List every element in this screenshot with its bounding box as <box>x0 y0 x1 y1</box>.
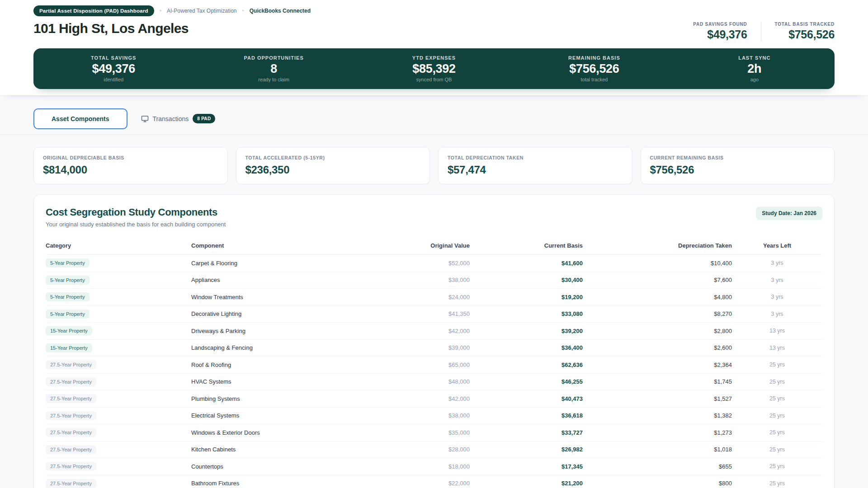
table-row[interactable]: 27.5-Year Property HVAC Systems $48,000 … <box>46 374 822 391</box>
years-left-cell: 25 yrs <box>732 413 822 419</box>
years-left-cell: 25 yrs <box>732 463 822 469</box>
original-value-cell: $24,000 <box>361 294 470 300</box>
depreciation-taken-cell: $1,527 <box>583 395 732 402</box>
current-basis-cell: $39,200 <box>470 328 583 334</box>
original-value-cell: $35,000 <box>361 429 470 436</box>
column-header-current-basis: Current Basis <box>470 242 583 249</box>
years-left-cell: 25 yrs <box>732 446 822 453</box>
summary-card: TOTAL ACCELERATED (5-15YR) $236,350 <box>236 147 430 184</box>
summary-card-value: $236,350 <box>245 164 421 176</box>
current-basis-cell: $17,345 <box>470 463 583 470</box>
component-cell: Decorative Lighting <box>191 310 361 317</box>
table-row[interactable]: 27.5-Year Property Electrical Systems $3… <box>46 408 822 425</box>
cost-segregation-card: Cost Segregation Study Components Your o… <box>33 194 835 488</box>
breadcrumb-separator: • <box>242 8 244 14</box>
years-left-cell: 3 yrs <box>732 277 822 283</box>
category-badge: 5-Year Property <box>46 310 90 319</box>
column-header-original-value: Original Value <box>361 242 470 249</box>
current-basis-cell: $30,400 <box>470 277 583 283</box>
category-cell: 27.5-Year Property <box>46 360 191 369</box>
table-row[interactable]: 27.5-Year Property Roof & Roofing $65,00… <box>46 357 822 374</box>
stat-value: $756,526 <box>514 62 674 76</box>
column-header-depreciation-taken: Depreciation Taken <box>583 242 732 249</box>
category-badge: 5-Year Property <box>46 258 90 267</box>
stat-sublabel: identified <box>33 77 193 82</box>
category-cell: 5-Year Property <box>46 258 191 267</box>
tab-transactions-label: Transactions <box>153 115 189 122</box>
header-stat: PAD SAVINGS FOUND $49,376 <box>693 22 747 41</box>
original-value-cell: $38,000 <box>361 277 470 283</box>
current-basis-cell: $41,600 <box>470 260 583 267</box>
column-header-component: Component <box>191 242 361 249</box>
component-cell: Driveways & Parking <box>191 328 361 334</box>
stat-sublabel: ready to claim <box>193 77 354 82</box>
monitor-icon <box>141 115 149 122</box>
stat-label: YTD EXPENSES <box>354 55 514 61</box>
table-row[interactable]: 5-Year Property Carpet & Flooring $52,00… <box>46 255 822 272</box>
years-left-cell: 25 yrs <box>732 379 822 385</box>
table-row[interactable]: 5-Year Property Appliances $38,000 $30,4… <box>46 272 822 289</box>
table-row[interactable]: 15-Year Property Landscaping & Fencing $… <box>46 340 822 357</box>
table-row[interactable]: 27.5-Year Property Windows & Exterior Do… <box>46 424 822 441</box>
category-badge: 15-Year Property <box>46 326 92 335</box>
main-content: ORIGINAL DEPRECIABLE BASIS $814,000 TOTA… <box>0 135 868 488</box>
tab-bar: Asset Components Transactions 8 PAD <box>0 95 868 135</box>
category-cell: 27.5-Year Property <box>46 445 191 454</box>
category-cell: 27.5-Year Property <box>46 462 191 471</box>
summary-card: TOTAL DEPRECIATION TAKEN $57,474 <box>438 147 632 184</box>
table-row[interactable]: 5-Year Property Window Treatments $24,00… <box>46 289 822 306</box>
depreciation-taken-cell: $800 <box>583 480 732 487</box>
original-value-cell: $28,000 <box>361 446 470 453</box>
components-table: Category Component Original Value Curren… <box>46 239 822 488</box>
category-cell: 27.5-Year Property <box>46 411 191 420</box>
table-row[interactable]: 5-Year Property Decorative Lighting $41,… <box>46 306 822 323</box>
current-basis-cell: $19,200 <box>470 294 583 300</box>
component-cell: Plumbing Systems <box>191 395 361 402</box>
table-row[interactable]: 27.5-Year Property Countertops $18,000 $… <box>46 458 822 475</box>
quickbooks-connected-status: QuickBooks Connected <box>250 8 311 14</box>
original-value-cell: $42,000 <box>361 395 470 402</box>
stats-bar-item: REMAINING BASIS $756,526 total tracked <box>514 55 674 82</box>
component-cell: Windows & Exterior Doors <box>191 429 361 436</box>
stat-label: PAD OPPORTUNITIES <box>193 55 354 61</box>
component-cell: HVAC Systems <box>191 378 361 385</box>
header-stats: PAD SAVINGS FOUND $49,376 TOTAL BASIS TR… <box>693 22 835 41</box>
category-badge: 27.5-Year Property <box>46 428 96 437</box>
stat-value: $85,392 <box>354 62 514 76</box>
depreciation-taken-cell: $10,400 <box>583 260 732 267</box>
category-badge: 27.5-Year Property <box>46 479 96 488</box>
stat-sublabel: total tracked <box>514 77 674 82</box>
stats-bar-item: LAST SYNC 2h ago <box>675 55 835 82</box>
category-cell: 5-Year Property <box>46 310 191 319</box>
category-cell: 27.5-Year Property <box>46 394 191 403</box>
breadcrumb: Partial Asset Disposition (PAD) Dashboar… <box>33 5 835 16</box>
breadcrumb-tax-optimization: AI-Powered Tax Optimization <box>167 8 237 14</box>
years-left-cell: 25 yrs <box>732 480 822 487</box>
original-value-cell: $18,000 <box>361 463 470 470</box>
page-title: 101 High St, Los Angeles <box>33 21 189 36</box>
dashboard-badge: Partial Asset Disposition (PAD) Dashboar… <box>33 5 154 16</box>
category-badge: 5-Year Property <box>46 276 90 285</box>
depreciation-taken-cell: $655 <box>583 463 732 470</box>
header-stat: TOTAL BASIS TRACKED $756,526 <box>761 22 835 41</box>
table-row[interactable]: 15-Year Property Driveways & Parking $42… <box>46 323 822 340</box>
summary-cards: ORIGINAL DEPRECIABLE BASIS $814,000 TOTA… <box>33 147 835 184</box>
tab-asset-components[interactable]: Asset Components <box>33 108 127 129</box>
category-cell: 5-Year Property <box>46 276 191 285</box>
header-stat-value: $756,526 <box>775 28 835 41</box>
current-basis-cell: $36,400 <box>470 344 583 351</box>
depreciation-taken-cell: $1,018 <box>583 446 732 453</box>
component-cell: Carpet & Flooring <box>191 260 361 267</box>
stat-value: 2h <box>675 62 835 76</box>
years-left-cell: 13 yrs <box>732 345 822 351</box>
table-row[interactable]: 27.5-Year Property Plumbing Systems $42,… <box>46 390 822 408</box>
table-row[interactable]: 27.5-Year Property Kitchen Cabinets $28,… <box>46 441 822 459</box>
header-stat-label: PAD SAVINGS FOUND <box>693 22 747 27</box>
column-header-category: Category <box>46 242 191 249</box>
original-value-cell: $41,350 <box>361 310 470 317</box>
header-stat-value: $49,376 <box>693 28 747 41</box>
table-row[interactable]: 27.5-Year Property Bathroom Fixtures $22… <box>46 475 822 488</box>
study-date-badge: Study Date: Jan 2026 <box>756 206 822 220</box>
tab-transactions[interactable]: Transactions 8 PAD <box>139 108 217 129</box>
component-cell: Window Treatments <box>191 294 361 300</box>
